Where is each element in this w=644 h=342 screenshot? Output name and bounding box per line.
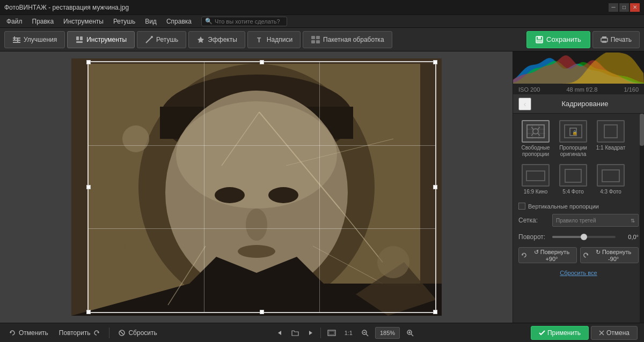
svg-point-31 [238, 245, 275, 258]
svg-rect-57 [602, 170, 619, 182]
crop-icon-square [597, 120, 625, 143]
rotate-minus-button[interactable]: ↻ Повернуть -90° [580, 247, 639, 263]
rotation-value: 0,0° [620, 234, 639, 240]
svg-line-69 [366, 334, 368, 336]
search-bar[interactable]: 🔍 [201, 17, 287, 26]
menu-edit[interactable]: Правка [28, 17, 58, 26]
redo-button[interactable]: Повторить [57, 328, 103, 338]
menu-file[interactable]: Файл [2, 17, 27, 26]
rotation-label: Поворот: [518, 233, 548, 241]
crop-preset-free[interactable]: Свободныепропорции [518, 120, 553, 158]
svg-point-40 [104, 235, 125, 257]
bottom-center-controls: 1:1 185% [166, 327, 524, 339]
svg-point-28 [215, 187, 245, 203]
crop-label-photo54: 5:4 Фото [562, 189, 584, 195]
svg-rect-19 [602, 36, 606, 39]
crop-icon-cinema [522, 164, 550, 187]
crop-preset-photo54[interactable]: 5:4 Фото [556, 164, 590, 195]
minimize-button[interactable]: ─ [609, 3, 618, 12]
exif-shutter: 1/160 [624, 86, 639, 93]
exif-lens: 48 mm f/2.8 [566, 86, 597, 93]
nav-prev-button[interactable] [274, 329, 285, 337]
tool-effects[interactable]: Эффекты [188, 31, 245, 48]
vertical-label: Вертикальные пропорции [528, 203, 599, 210]
panel-back-button[interactable]: ‹ [518, 98, 531, 110]
search-input[interactable] [215, 18, 283, 25]
svg-rect-5 [76, 36, 79, 40]
tool-retouch[interactable]: Ретушь [137, 31, 186, 48]
save-icon [536, 36, 543, 43]
svg-rect-13 [311, 40, 315, 43]
crop-presets-row2: 16:9 Кино 5:4 Фото [518, 164, 639, 195]
svg-rect-12 [316, 36, 320, 39]
vertical-proportions-check[interactable]: Вертикальные пропорции [518, 203, 599, 210]
scrollbar-thumb[interactable] [640, 114, 644, 146]
svg-rect-14 [316, 40, 320, 43]
prev-icon [276, 330, 283, 336]
svg-rect-4 [17, 39, 18, 42]
svg-rect-2 [13, 42, 20, 43]
crop-icon-photo43 [597, 164, 625, 187]
zoom-out-icon [361, 329, 369, 337]
exif-bar: ISO 200 48 mm f/2.8 1/160 [513, 84, 644, 94]
folder-button[interactable] [289, 329, 301, 337]
close-button[interactable]: ✕ [630, 3, 640, 12]
nav-next-button[interactable] [305, 329, 316, 337]
enhance-icon [12, 35, 21, 44]
window-title: ФотоВИНТАЖ - реставрация мужчина.jpg [4, 4, 609, 11]
zoom-out-button[interactable] [359, 328, 371, 338]
tools-icon [75, 35, 84, 44]
bottom-bar: Отменить Повторить Сбросить [0, 323, 644, 342]
undo-icon [9, 329, 16, 337]
svg-rect-16 [538, 36, 541, 39]
grid-label: Сетка: [518, 217, 548, 224]
redo-icon [93, 329, 100, 337]
menu-tools[interactable]: Инструменты [59, 17, 108, 26]
print-button[interactable]: Печать [592, 31, 640, 48]
zoom-in-button[interactable] [404, 328, 416, 338]
canvas-area[interactable] [0, 51, 513, 323]
svg-rect-66 [329, 331, 334, 334]
panel-content[interactable]: Свободныепропорции 🔒 Пропорцииоригинала [513, 114, 644, 323]
vertical-proportions-row: Вертикальные пропорции [518, 203, 639, 210]
search-icon: 🔍 [205, 18, 213, 25]
crop-label-original: Пропорцииоригинала [559, 145, 587, 158]
rotation-slider[interactable] [552, 236, 616, 238]
crop-preset-square[interactable]: 1:1 Квадрат [594, 120, 628, 158]
photo-container [71, 58, 442, 316]
cancel-button[interactable]: Отмена [591, 326, 638, 340]
menu-view[interactable]: Вид [141, 17, 161, 26]
crop-icon-photo54 [559, 164, 587, 187]
retouch-icon [145, 35, 153, 44]
tool-tools[interactable]: Инструменты [67, 31, 135, 48]
apply-button[interactable]: Применить [531, 326, 589, 340]
grid-select[interactable]: Правило третей ⇅ [552, 214, 639, 227]
tool-enhancements[interactable]: Улучшения [4, 31, 65, 48]
undo-button[interactable]: Отменить [6, 328, 50, 338]
menu-retouch[interactable]: Ретушь [109, 17, 140, 26]
reset-button[interactable]: Сбросить [116, 328, 159, 338]
vertical-cb[interactable] [518, 203, 525, 210]
rotate-plus-button[interactable]: ↺ Повернуть +90° [518, 247, 577, 263]
svg-rect-7 [76, 41, 83, 43]
crop-label-cinema: 16:9 Кино [524, 189, 548, 195]
text-icon: T [255, 35, 264, 44]
reset-all-link[interactable]: Сбросить все [518, 270, 639, 276]
svg-rect-1 [13, 40, 20, 41]
zoom-in-icon [406, 329, 414, 337]
svg-marker-9 [197, 36, 204, 43]
zoom-1-1-button[interactable]: 1:1 [342, 329, 355, 337]
crop-preset-cinema[interactable]: 16:9 Кино [518, 164, 553, 195]
main-area: ISO 200 48 mm f/2.8 1/160 ‹ Кадрирование [0, 51, 644, 323]
tool-text[interactable]: T Надписи [247, 31, 301, 48]
crop-preset-original[interactable]: 🔒 Пропорцииоригинала [556, 120, 590, 158]
save-button[interactable]: Сохранить [526, 31, 590, 48]
menu-help[interactable]: Справка [162, 17, 196, 26]
svg-text:🔒: 🔒 [572, 130, 577, 135]
rotate-buttons-row: ↺ Повернуть +90° ↻ Повернуть -90° [518, 247, 639, 263]
maximize-button[interactable]: □ [619, 3, 629, 12]
tool-batch[interactable]: Пакетная обработка [303, 31, 392, 48]
crop-preset-photo43[interactable]: 4:3 Фото [594, 164, 628, 195]
fit-view-button[interactable] [325, 329, 338, 337]
effects-icon [196, 35, 205, 44]
